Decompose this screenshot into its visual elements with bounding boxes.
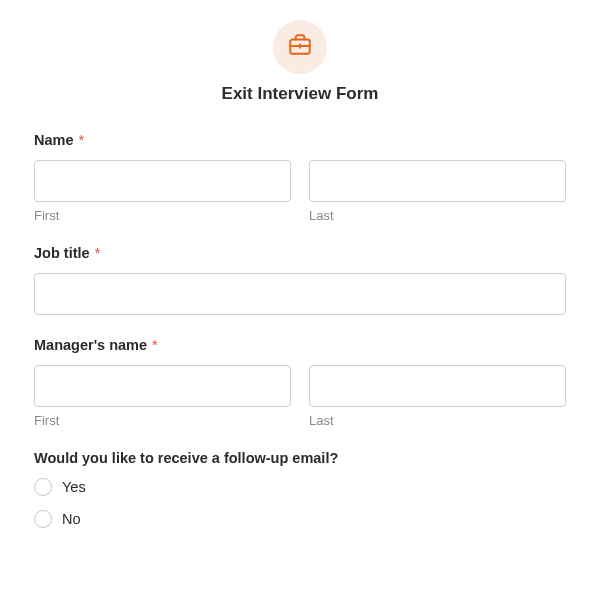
name-label: Name * — [34, 132, 566, 148]
name-first-sublabel: First — [34, 208, 291, 223]
required-marker: * — [95, 245, 101, 261]
followup-radio-group: Yes No — [34, 478, 566, 528]
name-first-input[interactable] — [34, 160, 291, 202]
field-followup: Would you like to receive a follow-up em… — [34, 450, 566, 528]
name-last-input[interactable] — [309, 160, 566, 202]
followup-label: Would you like to receive a follow-up em… — [34, 450, 566, 466]
header-icon-circle — [273, 20, 327, 74]
field-name: Name * First Last — [34, 132, 566, 223]
form-container: Exit Interview Form Name * First Last Jo… — [0, 0, 600, 528]
manager-first-input[interactable] — [34, 365, 291, 407]
manager-last-sublabel: Last — [309, 413, 566, 428]
job-title-label-text: Job title — [34, 245, 90, 261]
required-marker: * — [79, 132, 85, 148]
job-title-input[interactable] — [34, 273, 566, 315]
followup-radio-yes[interactable]: Yes — [34, 478, 566, 496]
manager-label: Manager's name * — [34, 337, 566, 353]
form-header: Exit Interview Form — [34, 20, 566, 104]
name-label-text: Name — [34, 132, 74, 148]
required-marker: * — [152, 337, 158, 353]
manager-first-sublabel: First — [34, 413, 291, 428]
briefcase-icon — [287, 32, 313, 62]
form-title: Exit Interview Form — [34, 84, 566, 104]
field-manager: Manager's name * First Last — [34, 337, 566, 428]
followup-radio-no[interactable]: No — [34, 510, 566, 528]
followup-yes-label: Yes — [62, 479, 86, 495]
job-title-label: Job title * — [34, 245, 566, 261]
followup-no-label: No — [62, 511, 81, 527]
name-last-sublabel: Last — [309, 208, 566, 223]
manager-last-input[interactable] — [309, 365, 566, 407]
radio-icon — [34, 510, 52, 528]
manager-label-text: Manager's name — [34, 337, 147, 353]
radio-icon — [34, 478, 52, 496]
field-job-title: Job title * — [34, 245, 566, 315]
